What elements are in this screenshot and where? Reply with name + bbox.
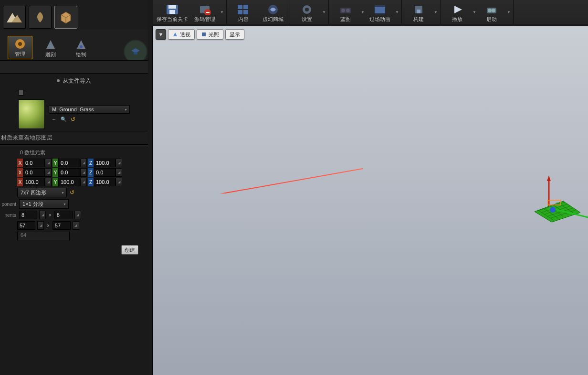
location-x-input[interactable] xyxy=(23,159,45,167)
box-icon xyxy=(57,10,74,24)
cinematics-button[interactable]: 过场动画 xyxy=(365,2,395,24)
num-components-b-input[interactable] xyxy=(54,211,73,219)
build-icon xyxy=(411,3,426,16)
spinner-icon[interactable]: ◢ xyxy=(45,178,52,186)
settings-dropdown-arrow-icon[interactable]: ▼ xyxy=(322,0,326,24)
annotation-arrow xyxy=(153,165,525,193)
scale-z-input[interactable] xyxy=(94,178,116,186)
save-level-button[interactable]: 保存当前关卡 xyxy=(155,2,190,24)
gear-colored-icon xyxy=(13,37,27,51)
svg-rect-8 xyxy=(238,10,242,14)
show-button[interactable]: 显示 xyxy=(225,29,244,40)
content-button[interactable]: 内容 xyxy=(229,2,258,24)
spinner-icon[interactable]: ◢ xyxy=(74,211,81,219)
location-z-input[interactable] xyxy=(94,159,116,167)
svg-point-15 xyxy=(346,9,350,12)
blueprint-button[interactable]: 蓝图 xyxy=(331,2,360,24)
material-thumbnail[interactable] xyxy=(18,99,45,129)
scale-y-input[interactable] xyxy=(58,178,80,186)
launch-dropdown-arrow-icon[interactable]: ▼ xyxy=(506,0,511,24)
svg-rect-20 xyxy=(417,10,420,13)
svg-point-32 xyxy=(18,42,22,46)
reset-icon[interactable]: ↺ xyxy=(69,189,75,196)
landscape-mode-tab[interactable] xyxy=(3,6,26,29)
svg-rect-16 xyxy=(375,7,385,13)
source-control-button[interactable]: 源码管理 xyxy=(190,2,220,24)
perspective-button[interactable]: 透视 xyxy=(168,29,195,40)
rotation-y-input[interactable] xyxy=(58,168,80,177)
play-dropdown-arrow-icon[interactable]: ▼ xyxy=(472,0,477,24)
spinner-icon[interactable]: ◢ xyxy=(45,168,52,177)
rotation-row: X◢ Y◢ Z◢ xyxy=(0,168,148,177)
reset-icon[interactable]: ↺ xyxy=(70,116,76,123)
viewport[interactable]: ▼ 透视 光照 显示 xyxy=(152,26,588,375)
scale-row: X◢ Y◢ Z◢ xyxy=(0,177,148,187)
rotation-z-input[interactable] xyxy=(94,168,116,177)
spinner-icon[interactable]: ◢ xyxy=(73,221,79,230)
num-components-label: nents xyxy=(0,213,17,218)
svg-rect-39 xyxy=(202,32,206,36)
viewport-menu-button[interactable]: ▼ xyxy=(156,29,166,40)
geometry-mode-tab[interactable] xyxy=(54,6,77,29)
build-button[interactable]: 构建 xyxy=(404,2,433,24)
import-from-file[interactable]: 从文件导入 xyxy=(0,74,148,88)
viewport-toolbar: ▼ 透视 光照 显示 xyxy=(156,29,244,40)
sculpt-icon xyxy=(44,38,57,51)
blueprint-dropdown-arrow-icon[interactable]: ▼ xyxy=(360,0,365,24)
scale-x-input[interactable] xyxy=(23,178,45,186)
spinner-icon[interactable]: ◢ xyxy=(116,159,122,167)
launch-button[interactable]: 启动 xyxy=(477,2,506,24)
z-label: Z xyxy=(88,159,94,167)
spinner-icon[interactable]: ◢ xyxy=(37,221,44,230)
material-row: M_Ground_Grass ← 🔍 ↺ xyxy=(0,97,148,131)
svg-rect-7 xyxy=(243,5,248,9)
material-dropdown[interactable]: M_Ground_Grass xyxy=(49,105,130,114)
times-symbol: × xyxy=(46,223,51,228)
section-size-dropdown[interactable]: 7x7 四边形 xyxy=(17,188,67,197)
svg-point-23 xyxy=(488,9,492,12)
grad-cap-icon xyxy=(130,47,141,56)
spinner-icon[interactable]: ◢ xyxy=(116,168,122,177)
svg-rect-2 xyxy=(169,10,175,14)
enable-checkbox[interactable] xyxy=(18,90,24,96)
landscape-gizmo[interactable] xyxy=(526,174,588,236)
x-label: X xyxy=(17,159,23,167)
sections-per-dropdown[interactable]: 1×1 分段 xyxy=(19,199,69,209)
source-dropdown-arrow-icon[interactable]: ▼ xyxy=(220,0,224,24)
svg-rect-18 xyxy=(375,13,385,14)
manage-tab[interactable]: 管理 xyxy=(8,36,32,59)
create-button[interactable]: 创建 xyxy=(121,245,138,255)
landscape-panel: 从文件导入 M_Ground_Grass ← 🔍 ↺ 材质来查看地形图层 0 数… xyxy=(0,60,148,375)
sections-per-label: ponent xyxy=(0,202,17,207)
num-components-a-input[interactable] xyxy=(19,211,37,219)
sculpt-tab[interactable]: 雕刻 xyxy=(38,37,63,59)
cinematics-dropdown-arrow-icon[interactable]: ▼ xyxy=(395,0,399,24)
spinner-icon[interactable]: ◢ xyxy=(80,159,87,167)
perspective-icon xyxy=(172,32,178,37)
build-dropdown-arrow-icon[interactable]: ▼ xyxy=(433,0,438,24)
rotation-x-input[interactable] xyxy=(23,168,45,177)
resolution-b-input[interactable] xyxy=(52,221,71,230)
spinner-icon[interactable]: ◢ xyxy=(116,178,122,186)
foliage-mode-tab[interactable] xyxy=(29,6,52,29)
back-arrow-icon[interactable]: ← xyxy=(51,116,57,122)
settings-button[interactable]: 设置 xyxy=(292,2,322,24)
search-icon[interactable]: 🔍 xyxy=(60,116,67,122)
spinner-icon[interactable]: ◢ xyxy=(39,211,46,219)
spinner-icon[interactable]: ◢ xyxy=(80,178,87,186)
svg-rect-6 xyxy=(238,5,242,9)
spinner-icon[interactable]: ◢ xyxy=(45,159,52,167)
spinner-icon[interactable]: ◢ xyxy=(80,168,87,177)
location-y-input[interactable] xyxy=(58,159,80,167)
play-icon xyxy=(450,3,465,16)
content-icon xyxy=(236,3,251,16)
play-button[interactable]: 播放 xyxy=(442,2,472,24)
mode-tabs xyxy=(0,0,148,30)
lit-button[interactable]: 光照 xyxy=(197,29,223,40)
paint-tab[interactable]: 绘制 xyxy=(69,37,94,59)
layers-hint: 材质来查看地形图层 xyxy=(0,131,148,144)
launch-icon xyxy=(484,3,499,16)
svg-marker-21 xyxy=(454,6,462,13)
marketplace-button[interactable]: 虚幻商城 xyxy=(258,2,288,24)
resolution-a-input[interactable] xyxy=(17,221,35,230)
